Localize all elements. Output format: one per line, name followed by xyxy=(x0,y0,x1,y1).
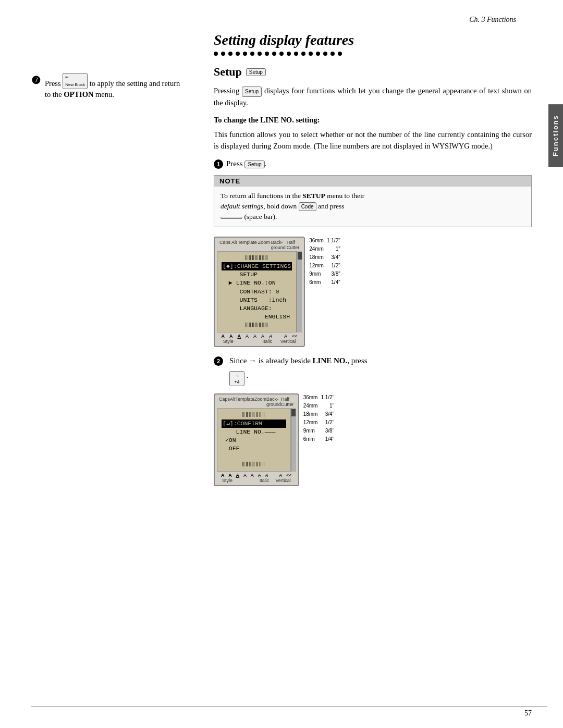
toolbar-background: Back-ground xyxy=(271,240,286,250)
lcd-screen-2: ‖‖‖‖‖‖‖ [↵]:CONFIRM LINE NO.――― ✓ON OFF … xyxy=(217,408,291,472)
lcd-footer-1: A A A A A A A A << xyxy=(217,334,302,339)
lcd-toolbar-2: Caps Alt Template Zoom Back-ground HalfC… xyxy=(217,397,296,407)
lcd-line-7: ENGLISH xyxy=(222,313,292,321)
lcd-display-1: Caps Alt Template Zoom Back-ground HalfC… xyxy=(214,237,532,347)
toolbar2-background: Back-ground xyxy=(266,397,281,407)
lcd2-line-3: ✓ON xyxy=(222,436,286,445)
lcd-line-4: CONTRAST: 0 xyxy=(222,288,292,296)
footer-a4: A xyxy=(246,334,249,339)
line-no-heading: To change the LINE NO. setting: xyxy=(214,116,532,125)
size-6mm: 6mm1/4" xyxy=(309,278,340,287)
lcd-footer-labels-2: Style Italic Vertical xyxy=(217,478,296,483)
toolbar-template: Template xyxy=(238,240,257,250)
toolbar2-cutter: HalfCutter xyxy=(281,397,294,407)
lcd-outer-2: Caps Alt Template Zoom Back-ground HalfC… xyxy=(214,393,299,486)
footer-spacer xyxy=(277,334,279,339)
size2-9mm: 9mm3/8" xyxy=(303,427,335,435)
chapter-header: Ch. 3 Functions xyxy=(214,16,532,24)
note-title: NOTE xyxy=(214,176,531,187)
lcd-tape-indicator-2: ‖‖‖‖‖‖‖ xyxy=(222,412,286,418)
size2-6mm: 6mm1/4" xyxy=(303,435,335,443)
period-text: . xyxy=(247,371,249,379)
lcd-scrollbar-2 xyxy=(291,408,296,472)
size-36mm: 36mm1 1/2" xyxy=(309,237,340,245)
note-space-label: (space bar). xyxy=(244,213,277,220)
step-7-content: Press ↵New Block to apply the setting an… xyxy=(45,73,188,101)
lcd-line-1: [◆]:CHANGE SETTINGS xyxy=(222,262,292,270)
note-line1: To return all functions in the SETUP men… xyxy=(221,192,364,200)
space-bar-key xyxy=(221,217,242,219)
footer2-a3: A xyxy=(236,473,240,478)
step-7-press-text: Press xyxy=(45,79,61,88)
setup-key: Setup xyxy=(246,68,266,76)
size2-24mm: 24mm1" xyxy=(303,402,335,410)
lcd-display-2: Caps Alt Template Zoom Back-ground HalfC… xyxy=(214,393,532,486)
footer-a5: A xyxy=(253,334,256,339)
size2-36mm: 36mm1 1/2" xyxy=(303,393,335,402)
footer2-a1: A xyxy=(221,473,225,478)
footer-a1: A xyxy=(222,334,225,339)
size2-18mm: 18mm3/4" xyxy=(303,410,335,418)
footer2-label-vertical: Vertical xyxy=(275,478,291,483)
lcd-tape-indicator-1: ‖‖‖‖‖‖‖ xyxy=(222,255,292,262)
lcd-line-3: ▶ LINE NO.:ON xyxy=(222,279,292,287)
lcd-tape-indicator-bot-1: ‖‖‖‖‖‖‖ xyxy=(222,322,292,329)
note-line2: default settings, hold down Code and pre… xyxy=(221,202,345,210)
footer2-a5: A xyxy=(251,473,254,478)
size-24mm: 24mm1" xyxy=(309,245,340,253)
page-number: 57 xyxy=(524,709,532,718)
decorative-dots xyxy=(214,52,532,56)
footer-a6: A xyxy=(261,334,264,339)
footer2-a7: A xyxy=(265,473,268,478)
lcd-toolbar-1: Caps Alt Template Zoom Back-ground HalfC… xyxy=(217,240,302,250)
toolbar-caps: Caps xyxy=(219,240,230,250)
new-block-key: ↵New Block xyxy=(63,73,88,89)
lcd-line-5: UNITS :inch xyxy=(222,296,292,304)
footer-lt: << xyxy=(292,334,298,339)
footer-a7: A xyxy=(269,334,272,339)
size-12mm: 12mm1/2" xyxy=(309,262,340,270)
toolbar2-alt: Alt xyxy=(230,397,236,407)
bottom-rule xyxy=(31,707,547,707)
lcd-line-2: SETUP xyxy=(222,270,292,279)
lcd-outer-1: Caps Alt Template Zoom Back-ground HalfC… xyxy=(214,237,305,347)
footer2-label-style: Style xyxy=(222,478,232,483)
section-title: Setting display features xyxy=(214,32,532,48)
lcd-size-bar-1: 36mm1 1/2" 24mm1" 18mm3/4" 12mm1/2" 9mm3… xyxy=(309,237,340,287)
toolbar2-template: Template xyxy=(236,397,255,407)
footer-a2: A xyxy=(229,334,233,339)
lcd-footer-2: A A A A A A A A << xyxy=(217,473,296,478)
step-2-circle: 2 xyxy=(214,356,223,366)
footer2-a2: A xyxy=(228,473,232,478)
step-1: 1 Press Setup. xyxy=(214,159,532,169)
size-18mm: 18mm3/4" xyxy=(309,253,340,262)
footer2-label-italic: Italic xyxy=(260,478,270,483)
lcd2-line-4: OFF xyxy=(222,445,286,453)
scroll-thumb-1 xyxy=(298,252,302,260)
lcd2-line-2: LINE NO.――― xyxy=(222,428,286,436)
step-2: 2 Since → is already beside LINE NO., pr… xyxy=(214,356,532,366)
footer2-a8: A xyxy=(279,473,282,478)
line-no-body: This function allows you to select wheth… xyxy=(214,129,532,152)
toolbar-alt: Alt xyxy=(231,240,237,250)
footer-label-italic: Italic xyxy=(263,339,273,344)
step-1-text: Press Setup. xyxy=(226,159,266,168)
footer2-a6: A xyxy=(258,473,261,478)
size-9mm: 9mm3/8" xyxy=(309,270,340,278)
step-7: ❼ Press ↵New Block to apply the setting … xyxy=(31,73,188,101)
code-key: Code xyxy=(299,202,316,211)
setup-key-inline: Setup xyxy=(242,87,262,97)
setup-heading: Setup Setup xyxy=(214,65,532,79)
scroll-thumb-2 xyxy=(291,409,296,416)
lcd-screen-1: ‖‖‖‖‖‖‖ [◆]:CHANGE SETTINGS SETUP ▶ LINE… xyxy=(217,251,297,332)
step-7-number: ❼ xyxy=(31,74,41,87)
toolbar-cutter: HalfCutter xyxy=(287,240,300,250)
lcd2-line-1: [↵]:CONFIRM xyxy=(222,419,286,428)
footer2-lt: << xyxy=(286,473,292,478)
intro-paragraph: Pressing Setup displays four functions w… xyxy=(214,85,532,108)
footer-a3: A xyxy=(238,334,241,339)
lcd-scrollbar-1 xyxy=(297,251,302,332)
footer2-spacer xyxy=(272,473,275,478)
note-box: NOTE To return all functions in the SETU… xyxy=(214,175,532,227)
pressing-text: Pressing xyxy=(214,87,242,95)
